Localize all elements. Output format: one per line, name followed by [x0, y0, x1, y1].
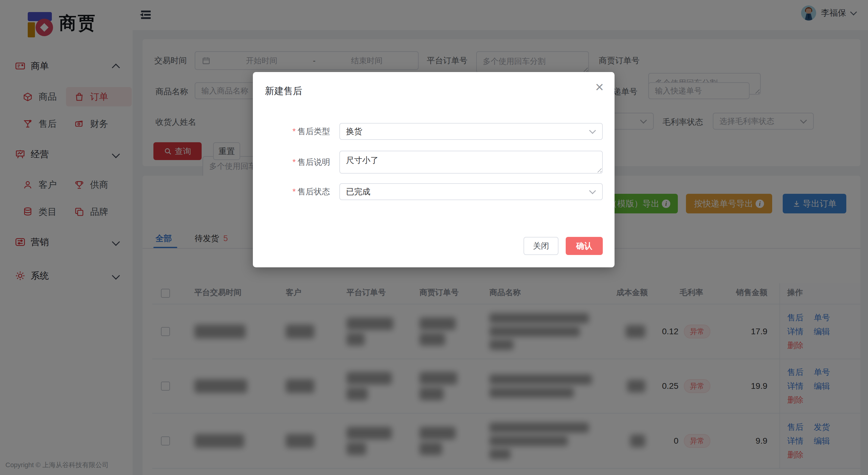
aftersale-status-label: 售后状态: [298, 187, 330, 196]
aftersale-desc-row: *售后说明 尺寸小了: [253, 151, 615, 173]
dialog-confirm-label: 确认: [576, 241, 592, 251]
aftersale-status-select[interactable]: 已完成: [339, 183, 603, 200]
aftersale-type-value: 换货: [346, 126, 590, 137]
required-mark: *: [292, 158, 296, 167]
dialog-close-label: 关闭: [533, 241, 549, 251]
aftersale-type-row: *售后类型 换货: [253, 123, 615, 140]
new-aftersale-dialog: 新建售后 × *售后类型 换货 *售后说明 尺寸小了 *售后状态: [253, 72, 615, 267]
aftersale-status-row: *售后状态 已完成: [253, 183, 615, 200]
aftersale-desc-textarea[interactable]: 尺寸小了: [339, 151, 603, 173]
aftersale-status-value: 已完成: [346, 186, 590, 197]
required-mark: *: [292, 187, 296, 196]
resize-handle-icon[interactable]: [597, 168, 601, 172]
aftersale-type-select[interactable]: 换货: [339, 123, 603, 140]
dialog-title: 新建售后: [265, 85, 302, 97]
app-root: 商贾 商单 商品 订单 售后 财务 经营: [0, 0, 868, 475]
aftersale-type-label: 售后类型: [298, 127, 330, 136]
close-icon[interactable]: ×: [595, 79, 604, 95]
aftersale-desc-value: 尺寸小了: [346, 155, 378, 166]
chevron-down-icon: [589, 127, 596, 134]
dialog-close-button[interactable]: 关闭: [524, 237, 558, 255]
chevron-down-icon: [589, 187, 596, 194]
required-mark: *: [292, 127, 296, 136]
dialog-confirm-button[interactable]: 确认: [566, 237, 603, 255]
aftersale-desc-label: 售后说明: [298, 158, 330, 167]
